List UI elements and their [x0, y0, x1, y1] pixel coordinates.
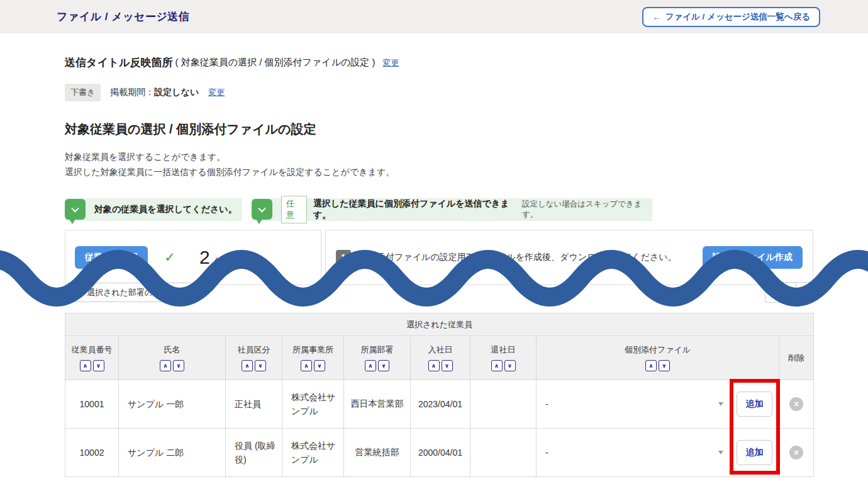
sort-descending-button[interactable]: ∨: [442, 360, 453, 371]
caret-down-icon: [718, 402, 723, 406]
selected-count-unit: 件: [214, 256, 223, 267]
department-count-label: 選択された部署の従業員数: [87, 287, 186, 298]
sort-ascending-button[interactable]: ∧: [301, 360, 312, 371]
sort-descending-button[interactable]: ∨: [93, 360, 104, 371]
check-bubble-icon: [65, 199, 86, 220]
attachment-banner-text: 選択した従業員に個別添付ファイルを送信できます。: [313, 198, 518, 221]
cell-employee-no: 10001: [65, 380, 119, 429]
delete-dropdown-caret[interactable]: [796, 283, 813, 302]
table-caption: 選択された従業員: [65, 313, 814, 336]
select-employee-banner: 対象の従業員を選択してください。: [65, 198, 242, 221]
table-caption-row: 選択された従業員: [65, 313, 814, 336]
delete-button[interactable]: 削除: [765, 283, 796, 302]
status-row: 下書き 掲載期間：設定しない 変更: [65, 84, 225, 101]
cell-office: 株式会社サンプル: [282, 429, 344, 477]
cell-name: サンプル 二郎: [119, 429, 226, 477]
selected-count: 2 件: [199, 247, 223, 268]
employee-select-panel: 従業員を選択 ✓ 2 件: [65, 230, 321, 285]
app-title: ファイル / メッセージ送信: [57, 9, 189, 24]
attachment-banner-note: 設定しない場合はスキップできます。: [522, 199, 652, 220]
step-instruction: 個別添付ファイルの設定用ZIPファイルを作成後、ダウンロードしてください。: [359, 252, 677, 263]
column-attachment: 個別添付ファイル ∧∨: [537, 336, 779, 380]
attachment-select-caret[interactable]: [718, 451, 723, 454]
add-attachment-button[interactable]: 追加: [737, 392, 772, 417]
sort-ascending-button[interactable]: ∧: [491, 360, 503, 371]
attachment-setup-panel: 1 個別添付ファイルの設定用ZIPファイルを作成後、ダウンロードしてください。 …: [325, 230, 813, 285]
cell-delete: ×: [779, 429, 814, 477]
title-change-link[interactable]: 変更: [383, 57, 399, 69]
sort-descending-button[interactable]: ∨: [378, 360, 389, 371]
column-name: 氏名 ∧∨: [119, 336, 226, 380]
description-line-1: 対象従業員を選択することができます。: [65, 149, 394, 164]
page-title: 送信タイトル反映箇所 ( 対象従業員の選択 / 個別添付ファイルの設定 ) 変更: [65, 55, 399, 70]
sort-descending-button[interactable]: ∨: [659, 360, 670, 371]
cell-leave-date: [470, 429, 537, 477]
cell-employee-no: 10002: [65, 429, 119, 477]
back-arrow-icon: ←: [652, 13, 661, 22]
close-icon: ×: [794, 400, 799, 409]
column-office: 所属事業所 ∧∨: [282, 336, 344, 380]
sort-ascending-button[interactable]: ∧: [365, 360, 376, 371]
check-icon: ✓: [164, 250, 175, 265]
top-bar: ファイル / メッセージ送信 ← ファイル / メッセージ送信一覧へ戻る: [0, 0, 868, 33]
publish-period-value: 設定しない: [154, 87, 199, 97]
sort-ascending-button[interactable]: ∧: [428, 360, 440, 371]
column-delete: 削除: [779, 336, 814, 380]
step-number-badge: 1: [336, 250, 351, 265]
publish-period-label: 掲載期間：: [110, 87, 154, 97]
description-line-2: 選択した対象従業員に一括送信する個別添付ファイルを設定することができます。: [65, 164, 394, 179]
period-change-link[interactable]: 変更: [208, 87, 225, 98]
sort-ascending-button[interactable]: ∧: [80, 360, 91, 371]
send-title-step: ( 対象従業員の選択 / 個別添付ファイルの設定 ): [175, 57, 376, 69]
column-employee-type: 社員区分 ∧∨: [226, 336, 282, 380]
cell-delete: ×: [779, 380, 814, 429]
attachment-value: -: [545, 399, 548, 409]
back-button-label: ファイル / メッセージ送信一覧へ戻る: [665, 11, 810, 23]
cell-employee-type: 正社員: [226, 380, 282, 429]
column-employee-no: 従業員番号 ∧∨: [65, 336, 119, 380]
table-row: 10001 サンプル 一郎 正社員 株式会社サンプル 西日本営業部 2023/0…: [65, 380, 814, 429]
select-employees-button[interactable]: 従業員を選択: [75, 246, 148, 269]
remove-row-button[interactable]: ×: [789, 397, 803, 411]
sort-ascending-button[interactable]: ∧: [242, 360, 253, 371]
remove-row-button[interactable]: ×: [789, 446, 803, 459]
publish-period: 掲載期間：設定しない: [110, 87, 199, 98]
department-employee-count-button[interactable]: 選択された部署の従業員数: [65, 283, 194, 302]
close-icon: ×: [794, 448, 799, 457]
cell-hire-date: 2023/04/01: [411, 380, 470, 429]
selected-employees-table: 選択された従業員 従業員番号 ∧∨ 氏名 ∧∨ 社員区分 ∧∨ 所属事業所 ∧∨: [65, 313, 813, 477]
cell-employee-type: 役員 (取締役): [226, 429, 282, 477]
cell-attachment: - 追加: [537, 429, 779, 477]
attachment-select-caret[interactable]: [718, 402, 723, 406]
delete-split-button: 削除: [765, 282, 813, 303]
cell-hire-date: 2000/04/01: [411, 429, 470, 477]
cell-department: 営業統括部: [344, 429, 411, 477]
cell-name: サンプル 一郎: [119, 380, 226, 429]
column-department: 所属部署 ∧∨: [344, 336, 411, 380]
draft-status-badge: 下書き: [65, 84, 101, 101]
cell-department: 西日本営業部: [344, 380, 411, 429]
cell-office: 株式会社サンプル: [282, 380, 344, 429]
attachment-value: -: [545, 448, 548, 458]
select-employee-banner-text: 対象の従業員を選択してください。: [94, 204, 237, 215]
optional-badge: 任意: [281, 196, 307, 223]
column-hire-date: 入社日 ∧∨: [411, 336, 470, 380]
section-description: 対象従業員を選択することができます。 選択した対象従業員に一括送信する個別添付フ…: [65, 149, 394, 179]
caret-down-icon: [718, 451, 723, 454]
sort-descending-button[interactable]: ∨: [314, 360, 325, 371]
check-bubble-icon: [252, 199, 272, 220]
sort-descending-button[interactable]: ∨: [173, 360, 184, 371]
back-to-list-button[interactable]: ← ファイル / メッセージ送信一覧へ戻る: [642, 7, 820, 27]
create-settings-file-button[interactable]: 設定用ファイル作成: [703, 246, 803, 269]
cell-leave-date: [470, 380, 537, 429]
cell-attachment: - 追加: [537, 380, 779, 429]
sort-descending-button[interactable]: ∨: [255, 360, 266, 371]
section-heading: 対象従業員の選択 / 個別添付ファイルの設定: [65, 121, 316, 138]
sort-ascending-button[interactable]: ∧: [645, 360, 657, 371]
selected-count-value: 2: [199, 247, 210, 268]
sort-ascending-button[interactable]: ∧: [160, 360, 171, 371]
add-attachment-button[interactable]: 追加: [737, 440, 772, 465]
column-leave-date: 退社日 ∧∨: [470, 336, 537, 380]
sort-descending-button[interactable]: ∨: [504, 360, 516, 371]
caret-down-icon: [802, 291, 807, 295]
